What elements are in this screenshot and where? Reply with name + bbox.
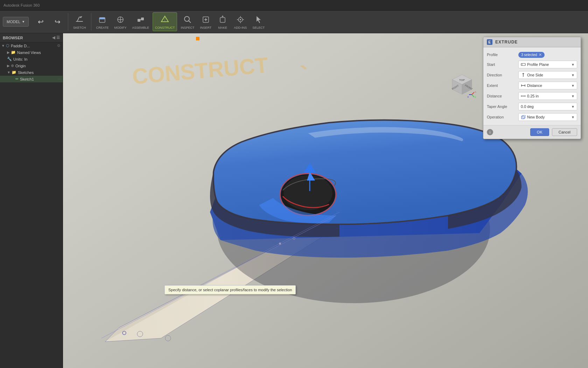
- svg-rect-60: [521, 63, 525, 66]
- profile-value: 3 selected ✕: [518, 52, 577, 58]
- start-label: Start: [487, 62, 518, 67]
- taper-row: Taper Angle 0.0 deg ▼: [483, 101, 581, 112]
- direction-row: Direction One Side ▼: [483, 70, 581, 80]
- distance-row: Distance 0.25 in ▼: [483, 91, 581, 101]
- extrude-panel-icon: E: [487, 39, 492, 45]
- svg-rect-0: [76, 21, 83, 22]
- addins-label: ADD-INS: [234, 26, 247, 29]
- sidebar-item-sketches[interactable]: ▼ 📁 Sketches: [0, 69, 63, 76]
- sidebar-item-origin[interactable]: ▶ ⊕ Origin: [0, 62, 63, 69]
- model-dropdown-icon: ▼: [22, 20, 25, 23]
- assemble-tool[interactable]: ASSEMBLE: [130, 13, 151, 31]
- sidebar-item-named-views[interactable]: ▶ 📁 Named Views: [0, 49, 63, 56]
- start-value: Profile Plane ▼: [518, 61, 577, 68]
- operation-label: Operation: [487, 115, 518, 119]
- panel-footer: i OK Cancel: [483, 125, 581, 139]
- assemble-label: ASSEMBLE: [132, 26, 149, 29]
- start-dropdown[interactable]: Profile Plane ▼: [518, 61, 577, 68]
- plane-icon: [521, 62, 526, 67]
- taper-label: Taper Angle: [487, 104, 518, 109]
- svg-text:Z: Z: [475, 96, 476, 98]
- select-icon: [253, 14, 264, 25]
- make-tool[interactable]: MAKE: [215, 13, 230, 31]
- origin-icon: ⊕: [11, 63, 14, 68]
- taper-dropdown[interactable]: 0.0 deg ▼: [518, 103, 577, 110]
- direction-dropdown[interactable]: One Side ▼: [518, 71, 577, 79]
- direction-label: Direction: [487, 73, 518, 77]
- sep1: [68, 13, 68, 30]
- browser-label: BROWSER: [3, 36, 23, 40]
- modify-icon: [115, 14, 126, 25]
- distance-dropdown[interactable]: 0.25 in ▼: [518, 92, 577, 100]
- undo-button[interactable]: ↩: [33, 15, 48, 29]
- svg-marker-63: [522, 73, 524, 74]
- construct-tool[interactable]: CONSTRUCT: [153, 12, 177, 31]
- svg-marker-68: [521, 95, 522, 97]
- redo-icon: ↪: [52, 16, 63, 27]
- operation-value-text: New Body: [527, 115, 545, 119]
- toolbar: MODEL ▼ ↩ ↪ SKETCH CREATE MODIFY ASSEMBL: [0, 11, 588, 33]
- sidebar-header: BROWSER ◀ ☰: [0, 33, 63, 42]
- sidebar-collapse-icon[interactable]: ◀: [52, 35, 55, 40]
- root-item-label: Paddle D...: [11, 44, 30, 48]
- settings-gear-icon: ⚙: [57, 43, 61, 48]
- svg-point-13: [184, 16, 189, 21]
- named-views-label: Named Views: [17, 50, 41, 55]
- direction-value-text: One Side: [527, 73, 543, 77]
- origin-label: Origin: [15, 64, 26, 68]
- svg-point-21: [240, 19, 241, 20]
- svg-text:Y: Y: [475, 91, 476, 93]
- sketch1-icon: ✏: [15, 77, 19, 81]
- insert-label: INSERT: [200, 26, 211, 29]
- distance-value-text: 0.25 in: [527, 94, 539, 98]
- sketch-tool[interactable]: SKETCH: [71, 13, 88, 31]
- indicator-dot: [196, 37, 200, 40]
- info-button[interactable]: i: [487, 129, 493, 135]
- select-tool[interactable]: SELECT: [250, 13, 267, 31]
- select-label: SELECT: [252, 26, 265, 29]
- selected-pill[interactable]: 3 selected ✕: [518, 52, 545, 58]
- clear-selection-button[interactable]: ✕: [539, 53, 542, 57]
- model-label: MODEL: [7, 20, 20, 24]
- construct-label: CONSTRUCT: [155, 26, 175, 29]
- extent-value-text: Distance: [527, 83, 542, 88]
- svg-marker-2: [79, 16, 82, 18]
- operation-dropdown[interactable]: New Body ▼: [518, 113, 577, 121]
- sidebar-item-units[interactable]: 🔧 Units: In: [0, 56, 63, 62]
- taper-dropdown-arrow: ▼: [571, 105, 575, 109]
- sidebar-item-root[interactable]: ▼ ⬡ Paddle D... ⚙: [0, 42, 63, 49]
- taper-value-text: 0.0 deg: [521, 104, 534, 109]
- sidebar-item-sketch1[interactable]: ✏ Sketch1 ···: [0, 76, 63, 82]
- profile-row: Profile 3 selected ✕: [483, 50, 581, 59]
- inspect-tool[interactable]: INSPECT: [178, 13, 196, 31]
- panel-title: EXTRUDE: [495, 40, 518, 45]
- start-value-text: Profile Plane: [527, 62, 549, 67]
- make-icon: [217, 14, 228, 25]
- extent-label: Extent: [487, 83, 518, 88]
- addins-tool[interactable]: ADD-INS: [232, 13, 249, 31]
- navigation-cube[interactable]: TOP FRONT RIGHT Y Z X: [448, 72, 476, 100]
- redo-button[interactable]: ↪: [50, 15, 65, 29]
- modify-tool[interactable]: MODIFY: [112, 13, 128, 31]
- svg-text:TOP: TOP: [459, 79, 465, 82]
- sketch-icon: [74, 14, 85, 25]
- direction-dropdown-arrow: ▼: [571, 73, 575, 77]
- create-tool[interactable]: CREATE: [94, 13, 111, 31]
- origin-arrow-icon: ▶: [7, 64, 10, 68]
- insert-tool[interactable]: INSERT: [198, 13, 214, 31]
- topbar: Autodesk Fusion 360: [0, 0, 588, 11]
- svg-rect-71: [523, 115, 525, 118]
- sketch-label: SKETCH: [73, 26, 86, 29]
- extent-dropdown[interactable]: Distance ▼: [518, 82, 577, 89]
- panel-body: Profile 3 selected ✕ Start Profile Plane…: [483, 47, 581, 125]
- operation-value: New Body ▼: [518, 113, 577, 121]
- model-mode-button[interactable]: MODEL ▼: [3, 17, 29, 27]
- svg-line-14: [189, 21, 191, 23]
- sidebar-menu-icon[interactable]: ☰: [56, 35, 60, 40]
- ok-button[interactable]: OK: [530, 128, 549, 136]
- newbody-icon: [521, 115, 526, 120]
- cancel-button[interactable]: Cancel: [552, 128, 577, 136]
- arrow-down-icon: ▼: [1, 44, 5, 48]
- sidebar-controls: ◀ ☰: [52, 35, 60, 40]
- svg-line-54: [472, 92, 474, 95]
